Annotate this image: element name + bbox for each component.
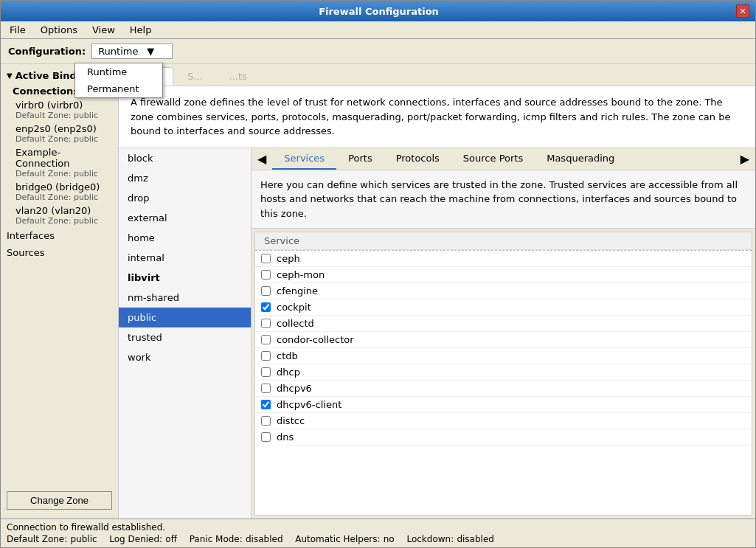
dropdown-runtime[interactable]: Runtime: [75, 63, 162, 80]
service-ceph-mon: ceph-mon: [255, 267, 752, 283]
connections-heading: Connections: [13, 86, 79, 97]
default-zone-value: public: [70, 534, 97, 544]
change-zone-button[interactable]: Change Zone: [7, 491, 112, 510]
log-denied-value: off: [165, 534, 177, 544]
tab-ports-main[interactable]: ...ts: [217, 67, 260, 86]
service-collectd: collectd: [255, 316, 752, 332]
bridge0-zone: Default Zone: public: [15, 193, 106, 202]
virbr0-zone: Default Zone: public: [15, 111, 106, 120]
tab-services-main[interactable]: S...: [175, 67, 215, 86]
sidebar-item-vlan20[interactable]: vlan20 (vlan20) Default Zone: public: [1, 204, 118, 227]
menu-bar: File Options View Help: [1, 21, 755, 39]
zone-block[interactable]: block: [119, 148, 251, 168]
services-description: Here you can define which services are t…: [252, 170, 755, 229]
services-list-header: Service: [255, 232, 752, 250]
config-selected: Runtime: [98, 46, 138, 57]
service-cockpit: cockpit: [255, 299, 752, 316]
panic-mode-label: Panic Mode:: [190, 534, 243, 544]
auto-helpers-label: Automatic Helpers:: [295, 534, 380, 544]
service-dhcp-label: dhcp: [277, 367, 300, 378]
service-dhcp-checkbox[interactable]: [261, 367, 271, 377]
service-distcc-label: distcc: [277, 415, 305, 426]
dropdown-permanent[interactable]: Permanent: [75, 80, 162, 97]
service-ceph-checkbox[interactable]: [261, 254, 271, 263]
zone-trusted[interactable]: trusted: [119, 327, 251, 347]
sidebar-bottom: Change Zone: [1, 485, 118, 516]
sidebar: ▼ Active Bindings Connections virbr0 (vi…: [1, 64, 119, 518]
service-ctdb-label: ctdb: [277, 350, 298, 361]
service-cfengine-checkbox[interactable]: [261, 286, 271, 296]
menu-help[interactable]: Help: [124, 23, 158, 37]
log-denied-label: Log Denied:: [109, 534, 162, 544]
menu-view[interactable]: View: [86, 23, 121, 37]
vlan20-name: vlan20 (vlan20): [15, 205, 91, 216]
example-conn-name: Example-Connection: [15, 147, 70, 169]
service-ceph-mon-label: ceph-mon: [277, 269, 325, 280]
services-tab-ports[interactable]: Ports: [336, 148, 384, 170]
sources-label[interactable]: Sources: [1, 244, 118, 261]
service-dhcpv6: dhcpv6: [255, 381, 752, 397]
zone-internal[interactable]: internal: [119, 248, 251, 268]
main-window: Firewall Configuration ✕ File Options Vi…: [0, 0, 756, 548]
zone-libvirt[interactable]: libvirt: [119, 268, 251, 288]
arrow-down-icon: ▼: [7, 72, 13, 80]
lockdown-label: Lockdown:: [406, 534, 454, 544]
status-bar: Connection to firewalld established. Def…: [1, 518, 755, 547]
service-ceph: ceph: [255, 250, 752, 267]
default-zone-label: Default Zone:: [7, 534, 67, 544]
sidebar-item-enp2s0[interactable]: enp2s0 (enp2s0) Default Zone: public: [1, 122, 118, 145]
zone-home[interactable]: home: [119, 228, 251, 248]
dropdown-arrow-icon: ▼: [147, 46, 154, 57]
service-ctdb-checkbox[interactable]: [261, 351, 271, 361]
sidebar-item-example-conn[interactable]: Example-Connection Default Zone: public: [1, 145, 118, 180]
service-collectd-checkbox[interactable]: [261, 319, 271, 328]
services-tab-source-ports[interactable]: Source Ports: [451, 148, 535, 170]
status-connection: Connection to firewalld established.: [7, 522, 749, 533]
close-button[interactable]: ✕: [736, 4, 749, 18]
config-dropdown-popup: Runtime Permanent: [74, 63, 163, 98]
services-tabs-bar: ◀ Services Ports Protocols Source Ports …: [252, 148, 755, 170]
service-dhcpv6-checkbox[interactable]: [261, 384, 271, 393]
services-tab-next-icon[interactable]: ▶: [735, 149, 755, 169]
zone-external[interactable]: external: [119, 208, 251, 228]
service-dns-checkbox[interactable]: [261, 432, 271, 442]
interfaces-label[interactable]: Interfaces: [1, 227, 118, 244]
service-distcc-checkbox[interactable]: [261, 416, 271, 426]
service-cockpit-label: cockpit: [277, 302, 311, 313]
service-dhcpv6-client: dhcpv6-client: [255, 397, 752, 413]
zone-list: block dmz drop external home internal li…: [119, 148, 252, 519]
service-dhcpv6-client-checkbox[interactable]: [261, 400, 271, 409]
service-condor-collector-checkbox[interactable]: [261, 335, 271, 344]
service-cfengine: cfengine: [255, 283, 752, 299]
zone-description: A firewalld zone defines the level of tr…: [119, 86, 755, 148]
service-distcc: distcc: [255, 413, 752, 429]
sidebar-item-bridge0[interactable]: bridge0 (bridge0) Default Zone: public: [1, 180, 118, 204]
service-cockpit-checkbox[interactable]: [261, 302, 271, 312]
zone-drop[interactable]: drop: [119, 188, 251, 208]
enp2s0-zone: Default Zone: public: [15, 134, 106, 144]
enp2s0-name: enp2s0 (enp2s0): [15, 123, 97, 134]
zone-work[interactable]: work: [119, 347, 251, 367]
virbr0-name: virbr0 (virbr0): [15, 100, 83, 111]
config-label: Configuration:: [8, 46, 86, 57]
menu-file[interactable]: File: [4, 23, 32, 37]
right-panel: Zones S... ...ts A firewalld zone define…: [119, 64, 755, 518]
lockdown-value: disabled: [457, 534, 494, 544]
zone-dmz[interactable]: dmz: [119, 168, 251, 188]
zone-public[interactable]: public: [119, 308, 251, 327]
config-dropdown[interactable]: Runtime ▼: [91, 44, 173, 59]
service-ceph-label: ceph: [277, 253, 300, 264]
service-ctdb: ctdb: [255, 348, 752, 364]
service-dhcpv6-label: dhcpv6: [277, 383, 312, 394]
services-tab-services[interactable]: Services: [272, 148, 336, 170]
services-tab-prev-icon[interactable]: ◀: [252, 149, 272, 169]
service-ceph-mon-checkbox[interactable]: [261, 270, 271, 280]
body-area: ▼ Active Bindings Connections virbr0 (vi…: [1, 64, 755, 518]
services-tab-protocols[interactable]: Protocols: [384, 148, 451, 170]
zone-nm-shared[interactable]: nm-shared: [119, 288, 251, 308]
services-tab-masquerading[interactable]: Masquerading: [535, 148, 626, 170]
sidebar-item-virbr0[interactable]: virbr0 (virbr0) Default Zone: public: [1, 98, 118, 122]
main-content: ▼ Active Bindings Connections virbr0 (vi…: [1, 64, 755, 518]
auto-helpers-value: no: [384, 534, 395, 544]
menu-options[interactable]: Options: [35, 23, 83, 37]
